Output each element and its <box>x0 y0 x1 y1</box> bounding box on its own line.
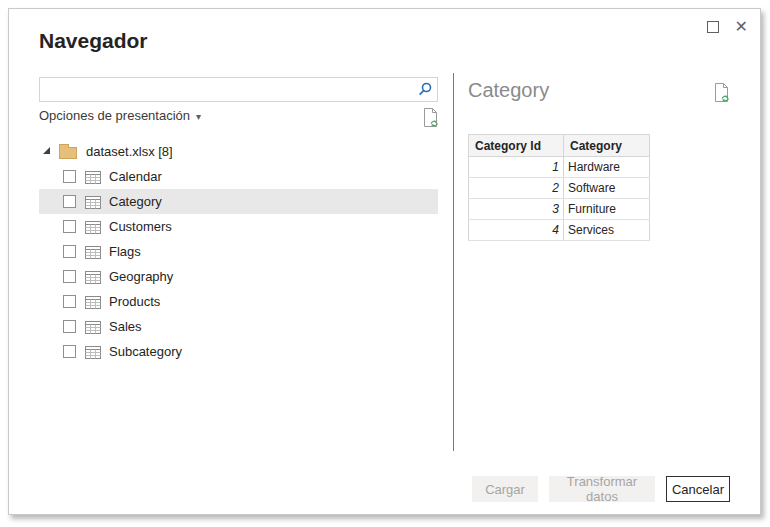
tree-root-label: dataset.xlsx [8] <box>86 144 173 159</box>
tree-item-label: Customers <box>109 219 172 234</box>
navigator-tree: dataset.xlsx [8] CalendarCategoryCustome… <box>39 139 438 364</box>
checkbox[interactable] <box>63 220 76 233</box>
tree-items: CalendarCategoryCustomersFlagsGeographyP… <box>39 164 438 364</box>
tree-item-customers[interactable]: Customers <box>39 214 438 239</box>
table-icon <box>85 345 101 359</box>
preview-title: Category <box>468 79 549 102</box>
maximize-icon[interactable] <box>707 21 719 33</box>
footer-buttons: Cargar Transformar datos Cancelar <box>472 476 730 502</box>
table-row: 2Software <box>469 178 650 199</box>
close-icon[interactable]: ✕ <box>735 19 748 35</box>
load-button[interactable]: Cargar <box>472 476 538 502</box>
navigator-dialog: ✕ Navegador Opciones de presentación▾ <box>8 8 761 515</box>
checkbox[interactable] <box>63 195 76 208</box>
table-icon <box>85 170 101 184</box>
refresh-preview-icon[interactable] <box>712 81 732 109</box>
preview-column-header: Category Id <box>469 135 564 157</box>
checkbox[interactable] <box>63 345 76 358</box>
cell-category: Services <box>564 220 650 241</box>
pane-divider <box>453 73 454 451</box>
table-icon <box>85 270 101 284</box>
cell-category-id: 3 <box>469 199 564 220</box>
display-options-dropdown[interactable]: Opciones de presentación▾ <box>39 108 201 123</box>
tree-item-label: Products <box>109 294 160 309</box>
tree-item-label: Subcategory <box>109 344 182 359</box>
search-box <box>39 77 438 102</box>
cell-category: Hardware <box>564 157 650 178</box>
window-controls: ✕ <box>707 19 748 35</box>
search-input[interactable] <box>44 79 412 100</box>
checkbox[interactable] <box>63 320 76 333</box>
preview-table-header-row: Category IdCategory <box>469 135 650 157</box>
checkbox[interactable] <box>63 245 76 258</box>
expand-triangle-icon[interactable] <box>43 147 50 154</box>
cell-category: Software <box>564 178 650 199</box>
tree-item-category[interactable]: Category <box>39 189 438 214</box>
dialog-title: Navegador <box>39 29 148 53</box>
table-row: 3Furniture <box>469 199 650 220</box>
tree-item-label: Calendar <box>109 169 162 184</box>
cell-category-id: 1 <box>469 157 564 178</box>
tree-item-products[interactable]: Products <box>39 289 438 314</box>
chevron-down-icon: ▾ <box>196 111 201 122</box>
table-icon <box>85 220 101 234</box>
tree-item-label: Sales <box>109 319 142 334</box>
tree-item-label: Category <box>109 194 162 209</box>
display-options-label: Opciones de presentación <box>39 108 190 123</box>
folder-icon <box>59 147 77 159</box>
tree-item-label: Flags <box>109 244 141 259</box>
tree-root-dataset[interactable]: dataset.xlsx [8] <box>39 139 438 164</box>
cell-category: Furniture <box>564 199 650 220</box>
search-icon[interactable] <box>417 81 433 101</box>
cancel-button[interactable]: Cancelar <box>666 476 730 502</box>
tree-item-subcategory[interactable]: Subcategory <box>39 339 438 364</box>
checkbox[interactable] <box>63 170 76 183</box>
refresh-source-icon[interactable] <box>421 106 441 134</box>
table-icon <box>85 320 101 334</box>
preview-column-header: Category <box>564 135 650 157</box>
transform-data-button[interactable]: Transformar datos <box>549 476 655 502</box>
cell-category-id: 4 <box>469 220 564 241</box>
preview-table-body: 1Hardware2Software3Furniture4Services <box>469 157 650 241</box>
preview-table: Category IdCategory 1Hardware2Software3F… <box>468 134 650 241</box>
tree-item-sales[interactable]: Sales <box>39 314 438 339</box>
table-icon <box>85 295 101 309</box>
tree-item-calendar[interactable]: Calendar <box>39 164 438 189</box>
tree-item-geography[interactable]: Geography <box>39 264 438 289</box>
table-row: 4Services <box>469 220 650 241</box>
tree-item-flags[interactable]: Flags <box>39 239 438 264</box>
cell-category-id: 2 <box>469 178 564 199</box>
checkbox[interactable] <box>63 295 76 308</box>
table-icon <box>85 245 101 259</box>
table-icon <box>85 195 101 209</box>
table-row: 1Hardware <box>469 157 650 178</box>
tree-item-label: Geography <box>109 269 173 284</box>
checkbox[interactable] <box>63 270 76 283</box>
